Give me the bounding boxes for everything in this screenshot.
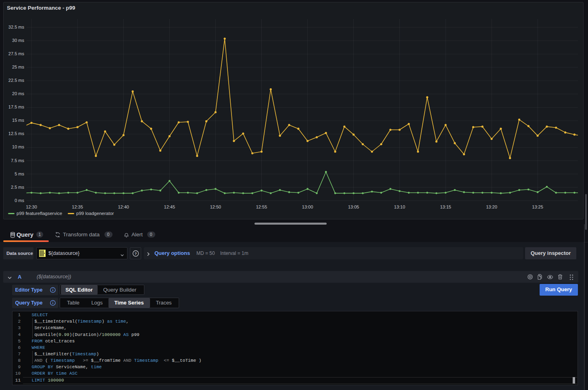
svg-text:?: ?	[134, 251, 137, 256]
